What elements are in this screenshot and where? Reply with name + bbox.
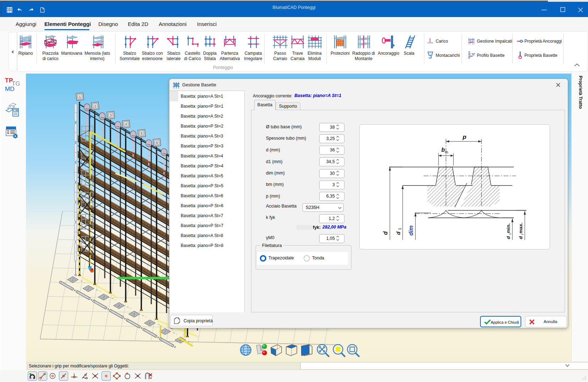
svg-text:d: d <box>518 236 523 239</box>
svg-text:i: i <box>521 234 524 235</box>
svg-text:max.: max. <box>518 222 523 233</box>
svg-text:d: d <box>506 236 511 239</box>
svg-text:d: d <box>382 231 388 235</box>
svg-text:m: m <box>445 150 448 154</box>
svg-text:d: d <box>395 231 401 235</box>
svg-text:1: 1 <box>398 228 402 230</box>
svg-text:dim: dim <box>408 226 414 236</box>
svg-text:b: b <box>441 147 445 153</box>
svg-text:p: p <box>462 134 466 140</box>
svg-text:min.: min. <box>506 223 511 233</box>
